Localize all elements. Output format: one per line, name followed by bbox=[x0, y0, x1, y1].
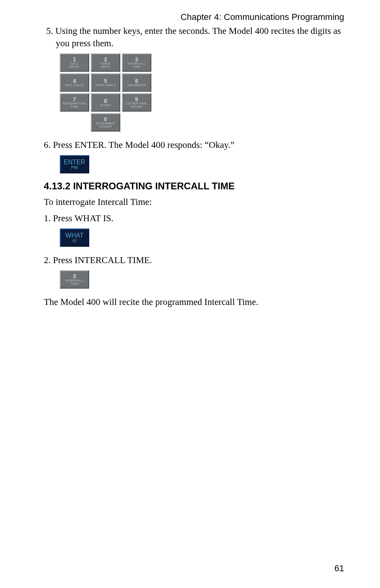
key-5[interactable]: 5 TEMP LIMITS bbox=[91, 73, 120, 92]
key-label: CLOCK bbox=[100, 104, 112, 107]
enter-key[interactable]: ENTER PM bbox=[60, 155, 89, 173]
key-2[interactable]: 2 VOICE REPS bbox=[91, 53, 120, 72]
step-6-text: 6. Press ENTER. The Model 400 responds: … bbox=[44, 139, 344, 151]
intro-text: To interrogate Intercall Time: bbox=[44, 196, 344, 208]
key-label: POWER bbox=[99, 125, 112, 128]
key-number: 3 bbox=[135, 57, 138, 62]
key-1[interactable]: 1 CALL DELAY bbox=[60, 53, 89, 72]
key-label: CALIBRATE bbox=[127, 84, 146, 87]
key-label: TEMP LIMITS bbox=[95, 84, 116, 87]
key-label-sub: PM bbox=[71, 165, 78, 170]
intercall-time-key[interactable]: 3 INTERCALL TIME bbox=[60, 270, 89, 289]
key-6[interactable]: 6 CALIBRATE bbox=[122, 73, 151, 92]
step-1-text: 1. Press WHAT IS. bbox=[44, 212, 344, 224]
chapter-title: Chapter 4: Communications Programming bbox=[44, 12, 344, 22]
key-label: TIME bbox=[133, 65, 141, 69]
page-number: 61 bbox=[335, 563, 344, 574]
key-label-big: WHAT bbox=[65, 232, 84, 239]
key-label-sub: IS bbox=[72, 239, 76, 243]
key-label: REPS bbox=[101, 65, 110, 69]
key-number: 2 bbox=[104, 57, 107, 62]
key-number: 5 bbox=[104, 78, 107, 84]
key-number: 4 bbox=[73, 78, 76, 84]
key-8[interactable]: 8 CLOCK bbox=[91, 93, 120, 112]
key-number: 8 bbox=[104, 98, 107, 104]
key-label-big: ENTER bbox=[64, 159, 85, 165]
key-label: SOUND bbox=[131, 105, 143, 108]
step-2-text: 2. Press INTERCALL TIME. bbox=[44, 254, 344, 266]
key-4[interactable]: 4 MAX CALLS bbox=[60, 73, 89, 92]
section-heading: 4.13.2 INTERROGATING INTERCALL TIME bbox=[44, 181, 344, 192]
key-number: 7 bbox=[73, 96, 76, 102]
key-7[interactable]: 7 RECOGNITION TIME bbox=[60, 93, 89, 112]
step-5-text: 5. Using the number keys, enter the seco… bbox=[44, 25, 344, 49]
key-label: DELAY bbox=[69, 65, 80, 69]
key-0[interactable]: 0 ID NUMBER POWER bbox=[91, 113, 120, 132]
key-3[interactable]: 3 INTERCALL TIME bbox=[122, 53, 151, 72]
closing-text: The Model 400 will recite the programmed… bbox=[44, 296, 344, 308]
numeric-keypad: 1 CALL DELAY 2 VOICE REPS 3 INTERCALL TI… bbox=[60, 53, 344, 132]
key-label: MAX CALLS bbox=[65, 84, 84, 87]
key-label: TIME bbox=[71, 105, 78, 108]
key-9[interactable]: 9 LISTEN TIME SOUND bbox=[122, 93, 151, 112]
key-number: 0 bbox=[104, 116, 107, 122]
key-number: 1 bbox=[73, 57, 76, 62]
key-number: 9 bbox=[135, 96, 138, 102]
what-is-key[interactable]: WHAT IS bbox=[60, 228, 89, 247]
key-number: 6 bbox=[135, 78, 138, 84]
key-number: 3 bbox=[73, 273, 76, 279]
key-label: TIME bbox=[71, 282, 78, 285]
